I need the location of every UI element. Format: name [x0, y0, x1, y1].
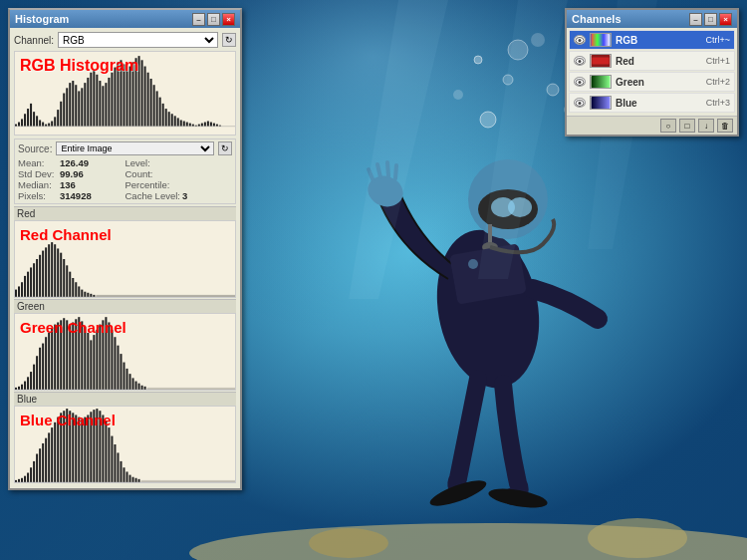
channels-circle-button[interactable]: ○ — [660, 119, 676, 133]
eye-icon-rgb[interactable] — [574, 35, 586, 45]
svg-rect-37 — [27, 109, 29, 127]
cache-label: Cache Level: — [125, 190, 180, 201]
source-label: Source: — [18, 143, 52, 154]
svg-rect-132 — [15, 388, 17, 390]
svg-rect-63 — [105, 83, 107, 127]
svg-rect-125 — [81, 290, 83, 297]
svg-rect-143 — [48, 333, 50, 390]
svg-point-226 — [579, 60, 582, 63]
count-stat: Count: — [125, 168, 233, 179]
svg-rect-157 — [90, 340, 92, 390]
svg-rect-65 — [111, 73, 113, 127]
maximize-button[interactable]: □ — [207, 13, 220, 26]
svg-rect-106 — [24, 276, 26, 297]
svg-rect-88 — [180, 120, 182, 126]
eye-icon-green[interactable] — [574, 77, 586, 87]
channel-select[interactable]: RGB Red Green Blue — [58, 32, 218, 48]
channels-trash-button[interactable]: 🗑 — [717, 119, 733, 133]
cache-stat: Cache Level: 3 — [125, 190, 233, 201]
svg-rect-231 — [592, 76, 611, 88]
svg-rect-48 — [60, 102, 62, 127]
svg-rect-121 — [69, 272, 71, 297]
eye-icon-blue[interactable] — [574, 98, 586, 108]
svg-rect-49 — [63, 94, 65, 127]
channels-down-button[interactable]: ↓ — [698, 119, 714, 133]
svg-rect-52 — [72, 81, 74, 127]
svg-rect-129 — [93, 295, 95, 297]
svg-rect-51 — [69, 83, 71, 127]
svg-rect-62 — [102, 86, 104, 126]
stddev-stat: Std Dev: 99.96 — [18, 168, 125, 179]
median-label: Median: — [18, 179, 58, 190]
svg-rect-116 — [54, 244, 56, 297]
svg-rect-118 — [60, 253, 62, 297]
svg-rect-209 — [108, 427, 110, 482]
svg-rect-35 — [21, 119, 23, 126]
channel-item-rgb[interactable]: RGB Ctrl+~ — [569, 30, 735, 50]
median-stat: Median: 136 — [18, 179, 125, 190]
mean-value: 126.49 — [60, 157, 89, 168]
svg-rect-44 — [48, 124, 50, 127]
channels-maximize-button[interactable]: □ — [704, 13, 717, 26]
svg-rect-117 — [57, 248, 59, 297]
channel-shortcut-rgb: Ctrl+~ — [705, 35, 730, 45]
green-section-label: Green — [14, 299, 236, 313]
svg-rect-56 — [84, 83, 86, 127]
median-value: 136 — [60, 179, 76, 190]
svg-rect-191 — [54, 422, 56, 482]
eye-icon-red[interactable] — [574, 56, 586, 66]
source-select[interactable]: Entire Image — [56, 141, 214, 155]
count-label: Count: — [125, 168, 165, 179]
svg-rect-224 — [592, 34, 611, 46]
stats-refresh-button[interactable]: ↻ — [218, 141, 232, 155]
red-channel-section: Red Red Channel — [14, 206, 236, 298]
svg-rect-123 — [75, 282, 77, 297]
svg-rect-89 — [183, 122, 185, 127]
svg-rect-190 — [51, 427, 53, 482]
svg-rect-36 — [24, 114, 26, 126]
svg-rect-58 — [90, 73, 92, 127]
rgb-histogram-label: RGB Histogram — [20, 57, 138, 75]
channel-name-green: Green — [616, 77, 702, 88]
close-button[interactable]: × — [222, 13, 235, 26]
source-row: Source: Entire Image ↻ — [18, 141, 232, 155]
blue-channel-section: Blue Blue Channel — [14, 392, 236, 483]
svg-rect-98 — [210, 123, 212, 127]
svg-rect-208 — [105, 421, 107, 482]
channel-shortcut-green: Ctrl+2 — [706, 77, 730, 87]
svg-point-31 — [309, 528, 388, 558]
svg-rect-200 — [81, 420, 83, 482]
svg-rect-84 — [168, 112, 170, 127]
histogram-content: Channel: RGB Red Green Blue ↻ RGB Histog… — [10, 28, 240, 488]
svg-rect-176 — [147, 388, 235, 390]
channels-minimize-button[interactable]: – — [689, 13, 702, 26]
svg-rect-218 — [135, 478, 137, 482]
svg-rect-184 — [33, 461, 35, 482]
svg-rect-108 — [30, 267, 32, 297]
minimize-button[interactable]: – — [192, 13, 205, 26]
svg-rect-126 — [84, 292, 86, 297]
green-channel-section: Green Green Channel — [14, 299, 236, 391]
svg-rect-104 — [18, 286, 20, 297]
blue-histogram-area: Blue Channel — [14, 406, 236, 483]
refresh-button[interactable]: ↻ — [222, 33, 236, 47]
svg-rect-70 — [126, 71, 128, 127]
svg-rect-156 — [87, 333, 89, 390]
channel-item-blue[interactable]: Blue Ctrl+3 — [569, 93, 735, 113]
svg-rect-107 — [27, 272, 29, 297]
channels-rect-button[interactable]: □ — [679, 119, 695, 133]
channel-item-red[interactable]: Red Ctrl+1 — [569, 51, 735, 71]
channels-close-button[interactable]: × — [719, 13, 732, 26]
level-label: Level: — [125, 157, 165, 168]
level-stat: Level: — [125, 157, 233, 168]
red-histogram-area: Red Channel — [14, 220, 236, 298]
channel-item-green[interactable]: Green Ctrl+2 — [569, 72, 735, 92]
svg-rect-167 — [120, 354, 122, 390]
svg-rect-100 — [216, 125, 218, 127]
svg-rect-66 — [114, 68, 116, 127]
svg-rect-185 — [36, 454, 38, 483]
svg-rect-169 — [126, 369, 128, 390]
svg-rect-81 — [159, 98, 161, 127]
svg-point-5 — [474, 56, 482, 64]
svg-rect-144 — [51, 329, 53, 390]
